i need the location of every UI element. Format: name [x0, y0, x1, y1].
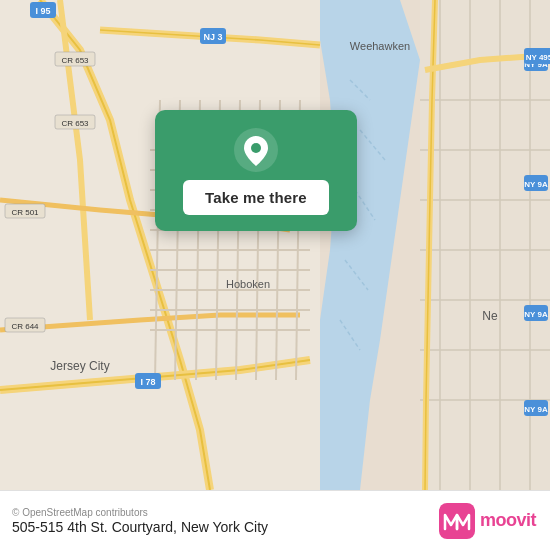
svg-text:NY 9A: NY 9A: [524, 180, 548, 189]
svg-text:CR 653: CR 653: [61, 56, 89, 65]
map-background: I 95 NJ 3 CR 653 CR 653 CR 501 CR 644 I …: [0, 0, 550, 490]
location-name: 505-515 4th St. Courtyard, New York City: [12, 519, 268, 535]
map-container: I 95 NJ 3 CR 653 CR 653 CR 501 CR 644 I …: [0, 0, 550, 490]
svg-text:Jersey City: Jersey City: [50, 359, 109, 373]
footer: © OpenStreetMap contributors 505-515 4th…: [0, 490, 550, 550]
svg-text:NY 9A: NY 9A: [524, 405, 548, 414]
svg-text:NY 9A: NY 9A: [524, 310, 548, 319]
svg-text:CR 653: CR 653: [61, 119, 89, 128]
svg-text:Weehawken: Weehawken: [350, 40, 410, 52]
svg-point-71: [251, 143, 261, 153]
svg-rect-11: [0, 0, 320, 490]
footer-left: © OpenStreetMap contributors 505-515 4th…: [12, 507, 268, 535]
take-me-there-button[interactable]: Take me there: [183, 180, 329, 215]
svg-text:I 95: I 95: [35, 6, 50, 16]
svg-text:NY 495: NY 495: [526, 53, 550, 62]
map-pin-icon: [234, 128, 278, 172]
svg-text:NJ 3: NJ 3: [203, 32, 222, 42]
location-tooltip: Take me there: [155, 110, 357, 231]
svg-text:Hoboken: Hoboken: [226, 278, 270, 290]
svg-text:I 78: I 78: [140, 377, 155, 387]
moovit-text: moovit: [480, 510, 536, 531]
svg-text:Ne: Ne: [482, 309, 498, 323]
svg-text:CR 644: CR 644: [11, 322, 39, 331]
svg-text:CR 501: CR 501: [11, 208, 39, 217]
moovit-logo: moovit: [439, 503, 536, 539]
moovit-icon: [439, 503, 475, 539]
osm-attribution: © OpenStreetMap contributors: [12, 507, 268, 518]
